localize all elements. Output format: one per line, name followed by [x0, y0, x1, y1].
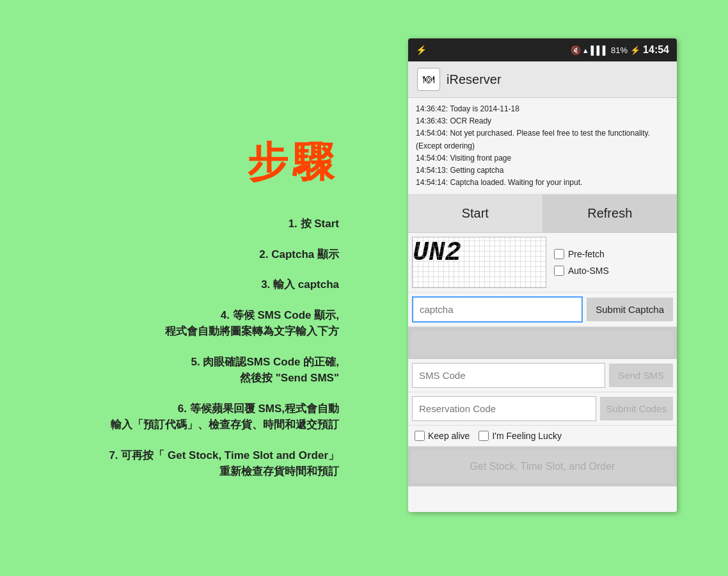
captcha-input-row: Submit Captcha	[408, 292, 677, 327]
feeling-lucky-checkbox-row[interactable]: I'm Feeling Lucky	[479, 431, 562, 441]
auto-sms-checkbox[interactable]	[554, 266, 564, 276]
status-right: 🔇 ▴ ▌▌▌ 81% ⚡ 14:54	[571, 44, 669, 56]
keep-alive-label: Keep alive	[428, 431, 470, 441]
left-panel: 步驟 1. 按 Start 2. Captcha 顯示 3. 輸入 captch…	[0, 0, 358, 576]
captcha-checkboxes: Pre-fetch Auto-SMS	[551, 237, 609, 288]
reservation-input[interactable]	[412, 396, 596, 421]
main-buttons-row: Start Refresh	[408, 195, 677, 233]
log-line-4: 14:54:13: Getting captcha	[416, 164, 669, 177]
steps-list: 1. 按 Start 2. Captcha 顯示 3. 輸入 captcha 4…	[0, 216, 339, 480]
captcha-image: UN2	[412, 237, 546, 288]
send-sms-button[interactable]: Send SMS	[609, 364, 673, 387]
usb-icon: ⚡	[416, 45, 427, 55]
reservation-row: Submit Codes	[408, 392, 677, 426]
step-3: 3. 輸入 captcha	[261, 276, 339, 293]
log-line-1: 14:36:43: OCR Ready	[416, 115, 669, 127]
log-area: 14:36:42: Today is 2014-11-18 14:36:43: …	[408, 98, 677, 195]
captcha-drawn-text: UN2	[413, 237, 461, 268]
phone-frame: ⚡ 🔇 ▴ ▌▌▌ 81% ⚡ 14:54 🍽 iReserver 14:36:…	[408, 38, 677, 512]
step-6: 6. 等候蘋果回覆 SMS,程式會自動輸入「預訂代碼」、檢查存貨、時間和遞交預訂	[111, 401, 339, 433]
keep-alive-checkbox[interactable]	[415, 431, 425, 441]
mute-icon: 🔇	[571, 45, 581, 55]
status-bar: ⚡ 🔇 ▴ ▌▌▌ 81% ⚡ 14:54	[408, 38, 677, 61]
feeling-lucky-label: I'm Feeling Lucky	[492, 431, 562, 441]
get-stock-button[interactable]: Get Stock, Time Slot, and Order	[412, 451, 673, 483]
app-header: 🍽 iReserver	[408, 61, 677, 98]
refresh-button[interactable]: Refresh	[543, 195, 677, 232]
bottom-space	[408, 486, 677, 512]
keep-alive-row: Keep alive I'm Feeling Lucky	[408, 426, 677, 447]
log-line-3: 14:54:04: Visiting front page	[416, 152, 669, 164]
keep-alive-checkbox-row[interactable]: Keep alive	[415, 431, 470, 441]
auto-sms-label: Auto-SMS	[568, 266, 609, 276]
prefetch-checkbox[interactable]	[554, 249, 564, 259]
step-4: 4. 等候 SMS Code 顯示,程式會自動將圖案轉為文字輸入下方	[165, 307, 339, 340]
step-1: 1. 按 Start	[289, 216, 339, 232]
battery-percent: 81%	[611, 45, 628, 55]
step-7: 7. 可再按「 Get Stock, Time Slot and Order」重…	[109, 447, 339, 480]
step-5: 5. 肉眼確認SMS Code 的正確,然後按 "Send SMS"	[191, 354, 339, 387]
captcha-input[interactable]	[412, 296, 583, 323]
prefetch-checkbox-row[interactable]: Pre-fetch	[554, 249, 609, 259]
step-2: 2. Captcha 顯示	[259, 246, 339, 263]
captcha-section: UN2 Pre-fetch Auto-SMS	[408, 233, 677, 292]
battery-icon: ⚡	[630, 45, 640, 55]
sms-input[interactable]	[412, 363, 605, 388]
log-line-2: 14:54:04: Not yet purchased. Please feel…	[416, 127, 669, 152]
autofill-area	[412, 331, 673, 355]
app-title: iReserver	[447, 72, 502, 87]
auto-sms-checkbox-row[interactable]: Auto-SMS	[554, 266, 609, 276]
log-line-0: 14:36:42: Today is 2014-11-18	[416, 103, 669, 115]
sms-row: Send SMS	[408, 359, 677, 392]
status-left: ⚡	[416, 45, 427, 55]
wifi-icon: ▴	[583, 45, 588, 55]
time-display: 14:54	[643, 44, 669, 56]
start-button[interactable]: Start	[408, 195, 543, 232]
prefetch-label: Pre-fetch	[568, 249, 605, 259]
submit-codes-button[interactable]: Submit Codes	[600, 397, 673, 420]
log-line-5: 14:54:14: Captcha loaded. Waiting for yo…	[416, 177, 669, 189]
page-title: 步驟	[247, 134, 339, 190]
captcha-grid: UN2	[413, 237, 546, 287]
app-icon: 🍽	[417, 68, 440, 91]
feeling-lucky-checkbox[interactable]	[479, 431, 489, 441]
submit-captcha-button[interactable]: Submit Captcha	[587, 298, 673, 321]
signal-icon: ▌▌▌	[590, 45, 608, 55]
